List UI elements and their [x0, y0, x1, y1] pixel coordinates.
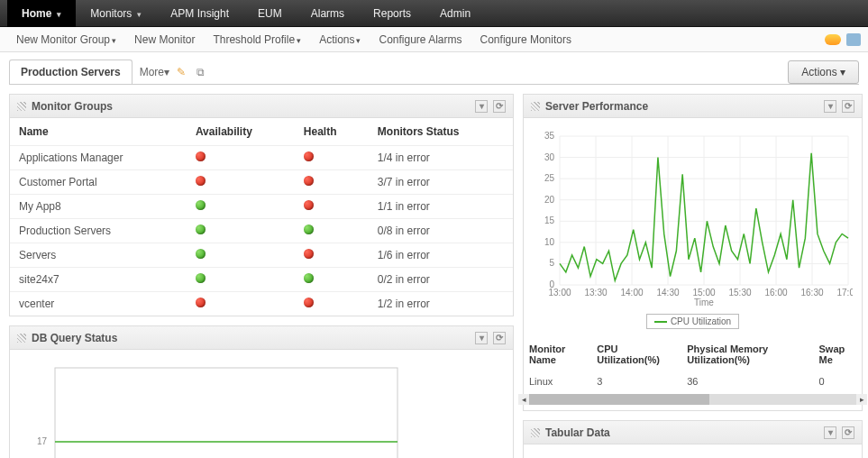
svg-text:14:00: 14:00 — [620, 288, 643, 298]
refresh-icon[interactable]: ⟳ — [493, 100, 506, 113]
svg-text:16:30: 16:30 — [800, 288, 823, 298]
svg-text:30: 30 — [544, 152, 555, 162]
panel-monitor-groups: Monitor Groups ▾ ⟳ Name Availability Hea… — [9, 94, 514, 316]
status-dot-icon — [196, 224, 206, 234]
svg-text:25: 25 — [544, 173, 555, 183]
cell-health — [295, 268, 369, 292]
table-row[interactable]: Customer Portal 3/7 in error — [10, 170, 513, 195]
nav-admin[interactable]: Admin — [425, 0, 485, 27]
status-dot-icon — [196, 176, 206, 186]
status-dot-icon — [196, 200, 206, 210]
collapse-icon[interactable]: ▾ — [824, 100, 836, 113]
panel-title: Server Performance — [545, 100, 648, 113]
cell-name: Customer Portal — [10, 170, 187, 195]
nav-reports[interactable]: Reports — [359, 0, 425, 27]
actions-button[interactable]: Actions ▾ — [788, 60, 859, 84]
subnav-threshold-profile[interactable]: Threshold Profile▾ — [204, 33, 310, 46]
panel-title: Tabular Data — [545, 426, 610, 439]
status-dot-icon — [304, 176, 314, 186]
nav-alarms[interactable]: Alarms — [297, 0, 359, 27]
tab-production-servers[interactable]: Production Servers — [9, 60, 132, 84]
cell-health — [295, 219, 369, 243]
subnav-new-monitor[interactable]: New Monitor — [125, 33, 204, 46]
cell-availability — [187, 170, 295, 195]
subnav-configure-monitors[interactable]: Configure Monitors — [471, 33, 580, 46]
subnav-actions[interactable]: Actions▾ — [310, 33, 370, 46]
tabular-chart: 2 (%) — [524, 444, 862, 458]
col-status: Monitors Status — [369, 118, 513, 146]
subnav-configure-alarms[interactable]: Configure Alarms — [370, 33, 471, 46]
panel-tabular-data: Tabular Data ▾ ⟳ 2 (%) — [523, 420, 863, 458]
svg-text:17:00: 17:00 — [836, 288, 853, 298]
cell-status: 1/1 in error — [369, 195, 513, 219]
cell-status: 1/2 in error — [369, 292, 513, 316]
table-row: Linux 3 36 0 — [524, 371, 862, 392]
nav-eum[interactable]: EUM — [243, 0, 297, 27]
svg-text:15: 15 — [544, 215, 555, 225]
status-dot-icon — [304, 200, 314, 210]
tab-more[interactable]: More▾ — [140, 66, 169, 78]
panel-server-performance: Server Performance ▾ ⟳ 05101520253035 13… — [523, 94, 863, 411]
collapse-icon[interactable]: ▾ — [475, 100, 488, 113]
cell-health — [295, 243, 369, 268]
table-row[interactable]: Applications Manager 1/4 in error — [10, 146, 513, 170]
scroll-thumb[interactable] — [529, 394, 709, 405]
panel-db-query: DB Query Status ▾ ⟳ 17 09:3010:0010:3011… — [9, 325, 514, 458]
nav-monitors[interactable]: Monitors▾ — [76, 0, 156, 27]
collapse-icon[interactable]: ▾ — [475, 332, 488, 344]
cell-status: 1/4 in error — [369, 146, 513, 170]
drag-grip-icon[interactable] — [531, 102, 540, 111]
cell-name: vcenter — [10, 292, 187, 316]
refresh-icon[interactable]: ⟳ — [842, 426, 854, 439]
x-axis-title: Time — [694, 298, 714, 307]
tab-bar: Production Servers More▾ ✎ ⧉ Actions ▾ — [0, 52, 868, 84]
svg-text:15:00: 15:00 — [692, 288, 715, 298]
nav-apm-insight[interactable]: APM Insight — [156, 0, 243, 27]
collapse-icon[interactable]: ▾ — [824, 426, 836, 439]
cell-availability — [187, 243, 295, 268]
status-dot-icon — [304, 224, 314, 234]
server-perf-table: Monitor Name CPU Utilization(%) Physical… — [524, 338, 862, 392]
cell-availability — [187, 146, 295, 170]
horizontal-scrollbar[interactable]: ◂ ▸ — [529, 394, 856, 405]
table-row[interactable]: My App8 1/1 in error — [10, 195, 513, 219]
edit-icon[interactable]: ✎ — [177, 66, 189, 78]
panel-title: DB Query Status — [32, 332, 117, 344]
chevron-down-icon: ▾ — [57, 10, 61, 19]
monitor-groups-table: Name Availability Health Monitors Status… — [10, 118, 513, 316]
status-dot-icon — [196, 151, 206, 161]
table-row[interactable]: site24x7 0/2 in error — [10, 268, 513, 292]
svg-text:14:30: 14:30 — [656, 288, 679, 298]
cell-name: site24x7 — [10, 268, 187, 292]
cell-name: Applications Manager — [10, 146, 187, 170]
table-row[interactable]: vcenter 1/2 in error — [10, 292, 513, 316]
status-dot-icon — [196, 249, 206, 259]
cell-health — [295, 292, 369, 316]
cell-name: Servers — [10, 243, 187, 268]
scroll-left-icon[interactable]: ◂ — [518, 394, 529, 405]
refresh-icon[interactable]: ⟳ — [493, 332, 506, 344]
nav-home[interactable]: Home▾ — [7, 0, 76, 27]
cell-status: 1/6 in error — [369, 243, 513, 268]
scroll-right-icon[interactable]: ▸ — [856, 394, 867, 405]
drag-grip-icon[interactable] — [17, 102, 26, 111]
cell-name: Production Servers — [10, 219, 187, 243]
table-row[interactable]: Production Servers 0/8 in error — [10, 219, 513, 243]
cell-health — [295, 195, 369, 219]
drag-grip-icon[interactable] — [531, 428, 540, 437]
subnav-new-monitor-group[interactable]: New Monitor Group▾ — [7, 33, 125, 46]
server-perf-chart: 05101520253035 13:0013:3014:0014:3015:00… — [524, 118, 862, 338]
svg-text:13:30: 13:30 — [584, 288, 607, 298]
cell-status: 0/2 in error — [369, 268, 513, 292]
external-link-icon[interactable]: ⧉ — [196, 66, 209, 78]
refresh-icon[interactable]: ⟳ — [842, 100, 854, 113]
printer-icon[interactable] — [846, 33, 861, 46]
svg-rect-0 — [55, 368, 397, 458]
col-availability: Availability — [187, 118, 295, 146]
cloud-icon[interactable] — [825, 34, 841, 45]
status-dot-icon — [304, 298, 314, 307]
sub-nav: New Monitor Group▾ New Monitor Threshold… — [0, 27, 868, 52]
y-tick: 17 — [37, 436, 48, 446]
table-row[interactable]: Servers 1/6 in error — [10, 243, 513, 268]
drag-grip-icon[interactable] — [17, 334, 26, 343]
